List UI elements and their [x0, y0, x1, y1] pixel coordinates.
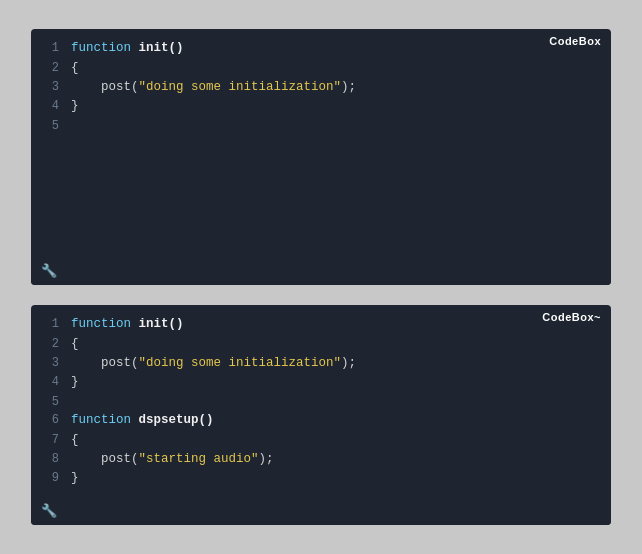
line-number: 7	[41, 431, 59, 450]
code-line: 1 function init()	[41, 315, 601, 334]
code-line: 4 }	[41, 97, 601, 116]
code-line: 7 {	[41, 431, 601, 450]
code-line: 5	[41, 117, 601, 136]
line-number: 5	[41, 117, 59, 136]
code-content: {	[71, 431, 79, 450]
codebox-2-title: CodeBox~	[542, 311, 601, 323]
line-number: 3	[41, 354, 59, 373]
line-number: 5	[41, 393, 59, 412]
code-content: }	[71, 469, 79, 488]
line-number: 3	[41, 78, 59, 97]
line-number: 2	[41, 335, 59, 354]
line-number: 4	[41, 373, 59, 392]
code-line: 2 {	[41, 335, 601, 354]
code-line: 8 post("starting audio");	[41, 450, 601, 469]
code-content: function init()	[71, 315, 184, 334]
line-number: 8	[41, 450, 59, 469]
line-number: 4	[41, 97, 59, 116]
line-number: 2	[41, 59, 59, 78]
code-line: 5	[41, 393, 601, 412]
code-content: {	[71, 59, 79, 78]
line-number: 1	[41, 39, 59, 58]
code-line: 3 post("doing some initialization");	[41, 78, 601, 97]
code-line: 2 {	[41, 59, 601, 78]
code-content: post("doing some initialization");	[71, 354, 356, 373]
code-line: 9 }	[41, 469, 601, 488]
line-number: 6	[41, 411, 59, 430]
code-content: }	[71, 373, 79, 392]
code-content: {	[71, 335, 79, 354]
wrench-icon: 🔧	[41, 503, 57, 519]
codebox-1-footer: 🔧	[31, 259, 611, 285]
line-number: 9	[41, 469, 59, 488]
codebox-2: CodeBox~ 1 function init() 2 { 3 post("d…	[31, 305, 611, 525]
code-line: 6 function dspsetup()	[41, 411, 601, 430]
code-content: post("starting audio");	[71, 450, 274, 469]
code-area-2[interactable]: 1 function init() 2 { 3 post("doing some…	[31, 305, 611, 499]
code-line: 4 }	[41, 373, 601, 392]
codebox-2-footer: 🔧	[31, 499, 611, 525]
wrench-icon: 🔧	[41, 263, 57, 279]
code-line: 1 function init()	[41, 39, 601, 58]
code-content: function dspsetup()	[71, 411, 214, 430]
codebox-1: CodeBox 1 function init() 2 { 3 post("do…	[31, 29, 611, 285]
code-content: }	[71, 97, 79, 116]
code-content: post("doing some initialization");	[71, 78, 356, 97]
codebox-1-title: CodeBox	[549, 35, 601, 47]
code-content: function init()	[71, 39, 184, 58]
code-area-1[interactable]: 1 function init() 2 { 3 post("doing some…	[31, 29, 611, 259]
line-number: 1	[41, 315, 59, 334]
code-line: 3 post("doing some initialization");	[41, 354, 601, 373]
